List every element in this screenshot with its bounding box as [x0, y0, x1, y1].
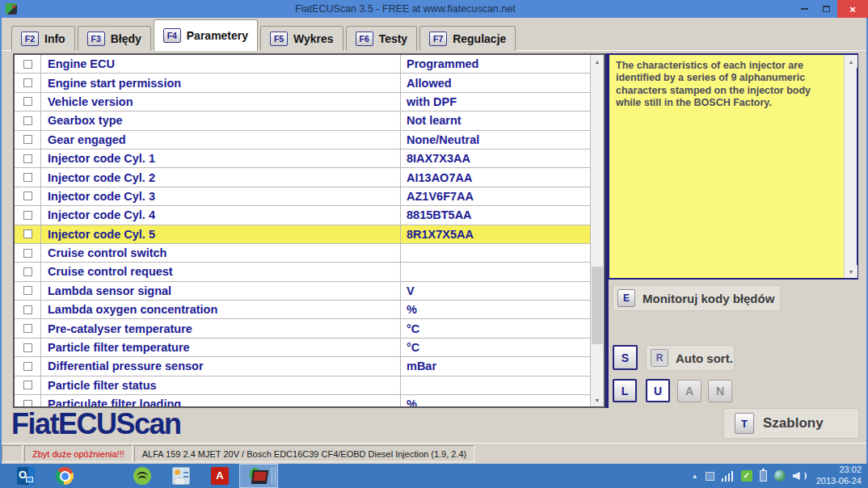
row-checkbox[interactable]: [23, 154, 32, 163]
tab-testy[interactable]: F6Testy: [346, 26, 418, 51]
row-checkbox[interactable]: [23, 381, 32, 389]
row-checkbox[interactable]: [23, 97, 32, 106]
table-row[interactable]: Differential pressure sensormBar: [15, 357, 590, 376]
parameter-name: Vehicle version: [41, 93, 401, 111]
parameter-value: AI13AO7AA: [401, 168, 590, 186]
row-checkbox[interactable]: [23, 173, 32, 182]
tab-label: Parametery: [187, 29, 248, 42]
table-row[interactable]: Particulate filter loading%: [15, 395, 590, 406]
messenger-check-icon[interactable]: [741, 470, 752, 482]
table-row[interactable]: Injector code Cyl. 2AI13AO7AA: [15, 168, 590, 187]
info-box-text: The characteristics of each injector are…: [609, 55, 844, 278]
maximize-button[interactable]: [815, 0, 837, 18]
tab-regulacje[interactable]: F7Regulacje: [419, 26, 516, 51]
tab-wykres[interactable]: F5Wykres: [260, 26, 343, 51]
parameter-name: Cruise control request: [41, 263, 401, 280]
taskbar-chrome-button[interactable]: [45, 464, 84, 488]
table-scrollbar[interactable]: ▲ ▼: [590, 55, 604, 406]
tab-label: Testy: [379, 32, 408, 45]
row-checkbox[interactable]: [23, 267, 32, 276]
row-checkbox[interactable]: [23, 116, 32, 125]
scrollbar-thumb[interactable]: [592, 267, 603, 344]
network-icon[interactable]: [774, 470, 786, 482]
row-checkbox[interactable]: [23, 229, 32, 238]
table-row[interactable]: Injector code Cyl. 3AZ1V6F7AA: [15, 187, 590, 206]
signal-icon[interactable]: [722, 470, 734, 482]
parameter-value: with DPF: [401, 93, 590, 111]
row-checkbox-cell: [15, 319, 41, 337]
row-checkbox[interactable]: [23, 78, 32, 87]
table-row[interactable]: Gearbox typeNot learnt: [15, 111, 590, 130]
row-checkbox[interactable]: [23, 343, 32, 352]
parameter-name: Engine ECU: [41, 55, 401, 73]
outlook-icon: [17, 467, 35, 485]
auto-sort-label: Auto sort.: [676, 351, 733, 365]
scroll-up-icon[interactable]: ▲: [845, 55, 857, 68]
l-key-button[interactable]: L: [613, 379, 637, 402]
app-window-icon[interactable]: [706, 472, 714, 481]
row-checkbox[interactable]: [23, 286, 32, 295]
tab-label: Regulacje: [453, 32, 506, 45]
table-row[interactable]: Particle filter temperature°C: [15, 339, 590, 357]
table-row[interactable]: Injector code Cyl. 18IAX7X3AA: [15, 149, 590, 168]
table-row[interactable]: Pre-catalyser temperature°C: [15, 319, 590, 338]
u-key-button[interactable]: U: [646, 379, 670, 402]
taskbar-outlook-button[interactable]: [6, 464, 45, 488]
scroll-down-icon[interactable]: ▼: [591, 393, 604, 406]
battery-icon[interactable]: [760, 470, 767, 482]
table-row[interactable]: Injector code Cyl. 58R1X7X5AA: [15, 225, 590, 244]
row-checkbox[interactable]: [23, 400, 32, 406]
n-key-button[interactable]: N: [708, 380, 732, 402]
row-checkbox-cell: [15, 74, 41, 91]
sort-button[interactable]: S: [613, 345, 638, 370]
taskbar-clock[interactable]: 23:02 2013-06-24: [813, 465, 862, 487]
tab-label: Wykres: [293, 32, 334, 45]
info-box-scrollbar[interactable]: ▲ ▼: [844, 55, 857, 278]
parameter-value: [401, 377, 590, 394]
table-row[interactable]: Engine ECUProgrammed: [15, 55, 590, 74]
table-row[interactable]: Vehicle versionwith DPF: [15, 93, 590, 111]
taskbar-acrobat-reader-button[interactable]: [200, 464, 239, 488]
monitor-error-codes-button[interactable]: E Monitoruj kody błędów: [613, 285, 781, 311]
row-checkbox[interactable]: [23, 305, 32, 314]
row-checkbox[interactable]: [23, 362, 32, 371]
row-checkbox[interactable]: [23, 60, 32, 69]
floppy-save-icon: [95, 467, 112, 485]
a-key-button[interactable]: A: [677, 380, 702, 402]
row-checkbox-cell: [15, 131, 41, 149]
close-button[interactable]: ×: [837, 0, 868, 18]
row-checkbox[interactable]: [23, 249, 32, 258]
table-row[interactable]: Gear engagedNone/Neutral: [15, 131, 590, 149]
taskbar-spotify-button[interactable]: [123, 464, 162, 488]
fkey-badge: F3: [87, 32, 105, 46]
taskbar-fiatecuscan-button[interactable]: [239, 464, 278, 488]
volume-icon[interactable]: [793, 470, 806, 482]
table-row[interactable]: Lambda sensor signalV: [15, 282, 590, 301]
row-checkbox-cell: [15, 187, 41, 205]
table-row[interactable]: Cruise control request: [15, 263, 590, 281]
tab-błędy[interactable]: F3Błędy: [78, 26, 151, 51]
tab-info[interactable]: F2Info: [11, 26, 75, 51]
row-checkbox[interactable]: [23, 191, 32, 200]
tab-parametery[interactable]: F4Parametery: [154, 19, 258, 51]
scroll-down-icon[interactable]: ▼: [845, 265, 857, 278]
table-row[interactable]: Engine start permissionAllowed: [15, 74, 590, 92]
parameter-name: Particulate filter loading: [41, 395, 401, 406]
taskbar-display-settings-button[interactable]: [162, 464, 200, 488]
row-checkbox[interactable]: [23, 211, 32, 220]
parameter-name: Particle filter temperature: [41, 339, 401, 356]
table-row[interactable]: Cruise control switch: [15, 244, 590, 263]
row-checkbox[interactable]: [23, 324, 32, 333]
taskbar-floppy-save-button[interactable]: [84, 464, 123, 488]
row-checkbox[interactable]: [23, 135, 32, 144]
templates-button[interactable]: T Szablony: [723, 408, 859, 439]
show-hidden-icon[interactable]: ▲: [692, 473, 698, 480]
auto-sort-button[interactable]: R Auto sort.: [646, 345, 735, 371]
parameter-name: Cruise control switch: [41, 244, 401, 262]
table-row[interactable]: Injector code Cyl. 48815BT5AA: [15, 206, 590, 225]
window-title: FiatECUScan 3.5 - FREE at www.fiatecusca…: [17, 3, 794, 15]
table-row[interactable]: Particle filter status: [15, 377, 590, 395]
scroll-up-icon[interactable]: ▲: [591, 55, 604, 68]
minimize-button[interactable]: [794, 0, 815, 18]
table-row[interactable]: Lambda oxygen concentration%: [15, 301, 590, 319]
